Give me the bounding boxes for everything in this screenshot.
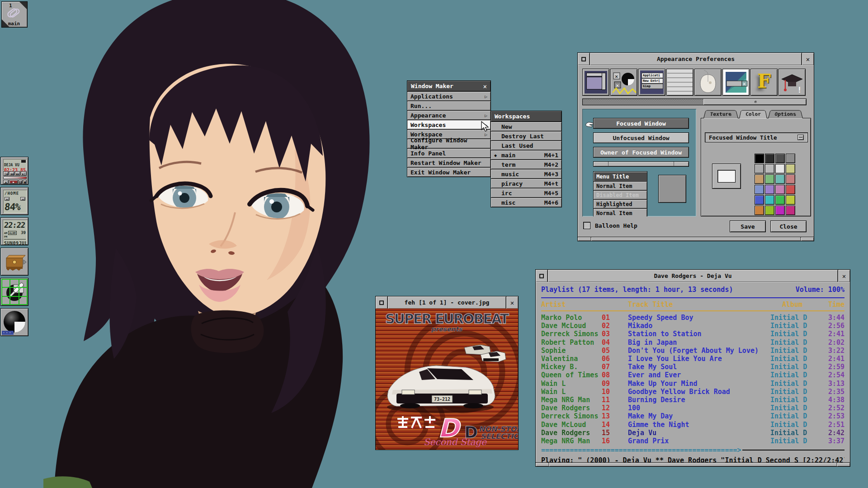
- icon-row-scrollbar[interactable]: [582, 99, 807, 105]
- palette-color-cell[interactable]: [755, 164, 764, 174]
- palette-color-cell[interactable]: [775, 206, 785, 215]
- track-row[interactable]: Robert Patton 04 Big in Japan Initial D …: [541, 338, 844, 347]
- track-row[interactable]: Mickey B. 07 Take My Soul Initial D 2:59: [541, 363, 844, 371]
- palette-color-cell[interactable]: [775, 174, 785, 184]
- palette-color-cell[interactable]: [765, 185, 774, 194]
- prev-track-button[interactable]: |◀: [3, 171, 9, 176]
- menu-item-demo[interactable]: Normal Item: [594, 182, 647, 191]
- playlist-resizebar[interactable]: [536, 462, 850, 466]
- color-well[interactable]: [712, 164, 741, 189]
- close-button[interactable]: ✕: [838, 270, 850, 282]
- scrollbar-knob[interactable]: [703, 99, 806, 105]
- workspaces-submenu-item[interactable]: misc M4+6: [491, 198, 562, 207]
- palette-color-cell[interactable]: [765, 164, 774, 174]
- palette-color-cell[interactable]: [775, 164, 785, 174]
- menu-item-demo[interactable]: Normal Item: [594, 209, 647, 216]
- focused-window-demo[interactable]: Focused Window: [593, 118, 689, 129]
- balloon-help-checkbox[interactable]: [583, 222, 590, 229]
- keyboard-icon[interactable]: [666, 69, 693, 96]
- dockapp-sphere[interactable]: ...: [0, 308, 28, 336]
- palette-color-cell[interactable]: [755, 154, 764, 163]
- color-target-dropdown[interactable]: Focused Window Title: [705, 132, 808, 142]
- palette-color-cell[interactable]: [775, 185, 785, 194]
- menu-title-demo[interactable]: Menu Title: [594, 172, 647, 182]
- tab[interactable]: Color: [739, 110, 767, 118]
- play-button[interactable]: ▶: [9, 180, 18, 184]
- next-track-button[interactable]: ▶|: [21, 171, 27, 176]
- track-row[interactable]: Dave Rodgers 15 Deja Vu Initial D 2:42: [541, 429, 844, 437]
- widget-style-icon[interactable]: ✕ ✕: [610, 69, 637, 96]
- dockapp-disk-monitor[interactable]: /HOME ← → 84%: [0, 187, 28, 215]
- palette-color-cell[interactable]: [786, 164, 795, 174]
- miniaturize-button[interactable]: [376, 296, 388, 309]
- track-row[interactable]: Valentina 06 I Love You Like You Are Ini…: [541, 355, 844, 363]
- root-menu-title[interactable]: Window Maker ✕: [407, 80, 491, 92]
- palette-color-cell[interactable]: [775, 154, 785, 163]
- eject-button[interactable]: ▲: [3, 180, 9, 184]
- dockapp-music-player[interactable]: DEJA VU 02:23 85 |◀ ◀◀ ▶▶ ▶| ▲ ▶ ❚❚ ■: [0, 157, 28, 185]
- unfocused-window-demo[interactable]: Unfocused Window: [593, 132, 689, 143]
- disk-next-button[interactable]: →: [20, 197, 25, 201]
- palette-color-cell[interactable]: [786, 195, 795, 205]
- root-menu-item[interactable]: Configure Window Maker: [407, 139, 491, 149]
- palette-color-cell[interactable]: [755, 195, 764, 205]
- playlist-titlebar[interactable]: Dave Rodgers - Deja Vu ✕: [536, 270, 850, 282]
- menu-item-demo[interactable]: Highlighted: [594, 200, 647, 209]
- dockapp-clock[interactable]: 22:22 AM ALRM 39 PM SUN09JUL: [0, 217, 28, 245]
- fast-forward-button[interactable]: ▶▶: [15, 171, 20, 176]
- menu-item-demo[interactable]: Disabled Item: [594, 191, 647, 200]
- track-row[interactable]: Dave McLoud 14 Gimme the Night Initial D…: [541, 420, 844, 428]
- rewind-button[interactable]: ◀◀: [9, 171, 14, 176]
- root-menu-item[interactable]: Appearance ▷: [407, 111, 491, 120]
- resizebar-demo[interactable]: [593, 161, 689, 167]
- palette-color-cell[interactable]: [755, 185, 764, 194]
- font-icon[interactable]: F: [750, 69, 778, 96]
- dockapp-tools[interactable]: [0, 278, 28, 306]
- owner-window-demo[interactable]: Owner of Focused Window: [593, 147, 689, 158]
- palette-color-cell[interactable]: [755, 206, 764, 215]
- miniaturize-button[interactable]: [578, 53, 590, 65]
- root-menu-item[interactable]: Restart Window Maker: [407, 158, 491, 168]
- palette-color-cell[interactable]: [786, 185, 795, 194]
- track-row[interactable]: Derreck Simons 13 Make My Day Initial D …: [541, 412, 844, 420]
- appearance-style-icon[interactable]: ✕: [722, 69, 750, 96]
- pager-strip[interactable]: ...: [2, 331, 14, 335]
- close-button[interactable]: ✕: [802, 53, 814, 65]
- expert-icon[interactable]: !: [778, 69, 806, 96]
- appearance-titlebar[interactable]: Appearance Preferences ✕: [578, 53, 814, 65]
- player-progress-bar[interactable]: [3, 177, 27, 179]
- tab[interactable]: Options: [768, 110, 803, 118]
- close-button[interactable]: ✕: [506, 296, 518, 309]
- dockapp-drawer[interactable]: [0, 248, 28, 276]
- palette-color-cell[interactable]: [786, 206, 795, 215]
- palette-color-cell[interactable]: [786, 174, 795, 184]
- stop-button[interactable]: ■: [23, 180, 27, 184]
- palette-color-cell[interactable]: [775, 195, 785, 205]
- root-menu-item[interactable]: Applications ▷: [407, 92, 491, 101]
- menu-style-icon[interactable]: Applicati New Entr[ Gimp: [638, 69, 665, 96]
- track-row[interactable]: Mega NRG Man 16 Grand Prix Initial D 3:3…: [541, 437, 844, 445]
- workspaces-submenu-item[interactable]: music M4+3: [491, 169, 562, 179]
- root-menu-item[interactable]: Run...: [407, 101, 491, 111]
- track-row[interactable]: Wain L 09 Make Up Your Mind Initial D 3:…: [541, 380, 844, 388]
- track-row[interactable]: Mega NRG Man 11 Burning Desire Initial D…: [541, 396, 844, 404]
- workspaces-submenu-item[interactable]: ◆ main M4+1: [491, 150, 562, 160]
- workspaces-submenu-item[interactable]: irc M4+5: [491, 188, 562, 198]
- track-row[interactable]: Marko Polo 01 Speedy Speed Boy Initial D…: [541, 314, 844, 322]
- track-row[interactable]: Dave McLoud 02 Mikado Initial D 2:56: [541, 322, 844, 330]
- track-row[interactable]: Sophie 05 Don't You (Forget About My Lov…: [541, 347, 844, 355]
- pause-button[interactable]: ❚❚: [19, 180, 23, 184]
- root-menu-item[interactable]: Exit Window Maker: [407, 168, 491, 177]
- palette-color-cell[interactable]: [765, 195, 774, 205]
- track-row[interactable]: Derreck Simons 03 Station to Station Ini…: [541, 330, 844, 338]
- appearance-resizebar[interactable]: [578, 237, 814, 241]
- workspaces-submenu-item[interactable]: Last Used: [491, 141, 562, 150]
- root-menu-item[interactable]: Workspaces ▷: [407, 120, 491, 130]
- palette-color-cell[interactable]: [786, 154, 795, 163]
- workspace-clip[interactable]: 1 main: [1, 1, 28, 28]
- palette-color-cell[interactable]: [755, 174, 764, 184]
- mouse-icon[interactable]: [694, 69, 722, 96]
- menu-close-icon[interactable]: ✕: [483, 83, 487, 90]
- miniaturize-button[interactable]: [536, 270, 548, 282]
- track-row[interactable]: Dave Rodgers 12 100 Initial D 2:52: [541, 404, 844, 412]
